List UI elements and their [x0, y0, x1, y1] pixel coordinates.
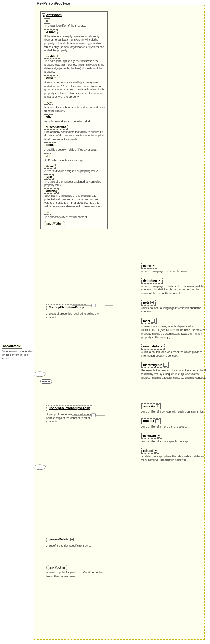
right-facet-label: facet [143, 319, 150, 323]
attr-name-uri: uri [44, 153, 51, 158]
right-remoteinfo-desc: A link to an item or a web resource whic… [141, 351, 207, 358]
attributes-title: − attributes [42, 13, 106, 17]
attr-desc-uri: A URI which identifies a concept. [44, 159, 106, 162]
attr-item-qcode: qcode A qualified code which identifies … [42, 142, 106, 152]
attr-desc-type: The type of the concept assigned as cont… [44, 180, 106, 187]
right-item-narrower: narrower + An identifier of a more speci… [141, 433, 207, 443]
sameas-plus-icon: + [156, 404, 159, 408]
right-item-sameas: sameAs + An identifier of a concept with… [141, 403, 207, 414]
person-details-container: personDetails + A set of properties spec… [46, 537, 100, 548]
attr-name-type: type [44, 174, 54, 180]
attr-name-creator: creator [44, 29, 58, 34]
attr-desc-modified: The date (and, optionally, the time) whe… [44, 60, 106, 74]
attr-desc-id: The local identifier of the property. [44, 24, 106, 28]
attr-item-custom: custom If set to true the corresponding … [42, 75, 106, 99]
attr-item-xmllang: xmllang Specifies the language of this p… [42, 188, 106, 209]
attr-desc-creator: If the attribute is empty, specifies whi… [44, 35, 106, 53]
oval-connector-left: ─ ─ ─ [40, 379, 52, 384]
concept-rel-group-label: ConceptRelationshipsGroup [46, 405, 92, 411]
attr-name-why: why [44, 114, 53, 119]
attr-name-qcode: qcode [44, 142, 56, 147]
concept-rel-group-container: ConceptRelationshipsGroup A group of pro… [46, 405, 100, 424]
attr-name-custom: custom [44, 75, 58, 80]
attr-item-uri: uri A URI which identifies a concept. [42, 153, 106, 162]
attr-desc-pubconstraint: One or many constraints that apply to pu… [44, 130, 106, 141]
attr-desc-qcode: A qualified code which identifies a conc… [44, 148, 106, 152]
attr-name-pubconstraint: pubconstraint [44, 125, 68, 130]
attr-name-literal: literal [44, 164, 56, 169]
attributes-label: attributes [46, 13, 62, 17]
attr-item-type: type The type of the concept assigned as… [42, 174, 106, 187]
hierarchyinfo-plus-icon: + [163, 363, 167, 367]
attr-item-modified: modified The date (and, optionally, the … [42, 54, 106, 74]
attr-desc-custom: If set to true the corresponding propert… [44, 81, 106, 99]
attr-name-modified: modified [44, 54, 60, 59]
facet-plus-icon: + [151, 319, 154, 323]
right-related-label: related [143, 449, 153, 453]
attr-name-how: how [44, 100, 53, 105]
right-sameas-desc: An identifier of a concept with equivale… [141, 410, 207, 414]
concept-def-group-label: ConceptDefinitionGroup [46, 304, 86, 310]
accountable-row: accountable [2, 344, 34, 349]
attr-name-id: id [44, 18, 50, 24]
right-remoteinfo-label: remoteInfo [143, 345, 159, 348]
attr-item-id: id The local identifier of the property. [42, 18, 106, 28]
attr-item-literal: literal A free-text value assigned as pr… [42, 164, 106, 173]
attr-desc-xmllang: Specifies the language of this property … [44, 194, 106, 209]
right-item-hierarchyinfo: hierarchyInfo + Represents the position … [141, 362, 207, 380]
any-other-bottom-oval: any ##other [46, 565, 68, 570]
attr-item-pubconstraint: pubconstraint One or many constraints th… [42, 125, 106, 141]
attr-item-creator: creator If the attribute is empty, speci… [42, 29, 106, 53]
concept-def-group-desc: A group of properties required to define… [46, 312, 100, 319]
right-broader-label: broader [143, 419, 154, 423]
right-item-note: note + Additional natural language infor… [141, 300, 207, 314]
right-sameas-label: sameAs [143, 405, 155, 408]
right-definition-desc: A natural language definition of the sem… [141, 285, 207, 295]
attr-desc-literal: A free-text value assigned as property v… [44, 169, 106, 173]
concept-rel-group-desc: A group of properties required to indica… [46, 413, 100, 424]
accountable-desc: An individual accountable for the conten… [2, 350, 34, 360]
any-other-bottom-container: any ##other Extension point for provider… [46, 564, 108, 578]
attr-name-xmllang: xmllang [44, 188, 59, 194]
accountable-connector-box [28, 345, 30, 347]
name-plus-icon: + [152, 264, 155, 267]
right-item-broader: broader + An identifier of a more generi… [141, 418, 207, 429]
person-details-label: personDetails + [46, 537, 76, 542]
narrower-plus-icon: + [157, 434, 160, 438]
attr-desc-why: Why the metadata has been included. [44, 120, 106, 124]
any-other-oval: any ##other [44, 221, 65, 226]
attributes-box: − attributes id The local identifier of … [40, 11, 108, 229]
person-details-plus: + [70, 538, 74, 541]
right-note-label: note [143, 301, 149, 304]
right-name-label: name [143, 264, 151, 267]
right-item-remoteinfo: remoteInfo + A link to an item or a web … [141, 344, 207, 358]
right-hierarchyinfo-label: hierarchyInfo [143, 363, 162, 367]
definition-plus-icon: + [158, 279, 161, 282]
any-other-bottom-desc: Extension point for provider-defined pro… [46, 571, 108, 578]
right-name-desc: A natural language name for the concept. [141, 270, 207, 273]
accountable-connector-line [22, 346, 28, 346]
right-definition-label: definition [143, 279, 157, 282]
right-items-2-container: sameAs + An identifier of a concept with… [141, 403, 207, 466]
expand-icon[interactable]: − [42, 13, 45, 16]
accountable-label: accountable [2, 344, 22, 349]
attr-item-dir: dir The directionality of textual conten… [42, 210, 106, 219]
attr-item-any-other: any ##other [42, 220, 106, 226]
right-items-container: name + A natural language name for the c… [141, 263, 207, 384]
remoteinfo-plus-icon: + [160, 345, 163, 348]
related-plus-icon: + [154, 449, 157, 453]
note-plus-icon: + [150, 301, 154, 304]
accountable-container: accountable An individual accountable fo… [2, 344, 34, 360]
right-broader-desc: An identifier of a more generic concept. [141, 425, 207, 429]
left-oval-connector: ─ ─ ─ [40, 379, 52, 384]
right-hierarchyinfo-desc: Represents the position of a concept in … [141, 369, 207, 380]
right-item-name: name + A natural language name for the c… [141, 263, 207, 273]
person-details-desc: A set of properties specific to a person [46, 544, 100, 548]
attr-desc-dir: The directionality of textual content. [44, 216, 106, 219]
attr-name-dir: dir [44, 210, 51, 215]
right-related-desc: A related concept, where the relationshi… [141, 455, 207, 462]
attr-item-how: how Indicates by which means the value w… [42, 100, 106, 113]
right-item-facet: facet + In NAR 1.8 and later, facet is d… [141, 318, 207, 339]
right-facet-desc: In NAR 1.8 and later, facet is deprecate… [141, 325, 207, 339]
broader-plus-icon: + [155, 419, 159, 423]
